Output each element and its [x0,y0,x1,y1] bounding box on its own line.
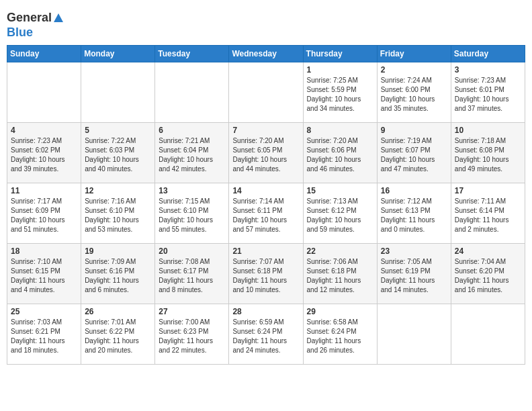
calendar-cell: 4Sunrise: 7:23 AM Sunset: 6:02 PM Daylig… [7,123,81,183]
calendar-cell: 24Sunrise: 7:04 AM Sunset: 6:20 PM Dayli… [451,244,525,304]
day-info: Sunrise: 7:03 AM Sunset: 6:21 PM Dayligh… [11,318,77,355]
calendar-cell: 16Sunrise: 7:12 AM Sunset: 6:13 PM Dayli… [377,183,451,244]
calendar-cell: 28Sunrise: 6:59 AM Sunset: 6:24 PM Dayli… [229,304,303,365]
calendar-cell: 25Sunrise: 7:03 AM Sunset: 6:21 PM Dayli… [7,304,81,365]
day-info: Sunrise: 7:07 AM Sunset: 6:18 PM Dayligh… [232,257,299,295]
calendar-cell: 19Sunrise: 7:09 AM Sunset: 6:16 PM Dayli… [81,244,155,304]
calendar-cell: 15Sunrise: 7:13 AM Sunset: 6:12 PM Dayli… [303,183,377,244]
calendar-cell: 11Sunrise: 7:17 AM Sunset: 6:09 PM Dayli… [7,183,81,244]
day-info: Sunrise: 7:25 AM Sunset: 5:59 PM Dayligh… [307,76,373,113]
calendar-week-row: 25Sunrise: 7:03 AM Sunset: 6:21 PM Dayli… [7,304,525,365]
day-info: Sunrise: 7:11 AM Sunset: 6:14 PM Dayligh… [455,197,521,234]
day-info: Sunrise: 7:12 AM Sunset: 6:13 PM Dayligh… [381,197,447,234]
day-info: Sunrise: 7:13 AM Sunset: 6:12 PM Dayligh… [307,197,373,234]
calendar-cell: 6Sunrise: 7:21 AM Sunset: 6:04 PM Daylig… [155,123,229,183]
calendar-cell: 21Sunrise: 7:07 AM Sunset: 6:18 PM Dayli… [229,244,303,304]
day-number: 27 [159,307,225,316]
day-number: 24 [455,246,521,256]
logo-triangle-icon [53,13,64,24]
day-number: 20 [159,246,225,256]
calendar-cell: 9Sunrise: 7:19 AM Sunset: 6:07 PM Daylig… [377,123,451,183]
calendar-cell [229,62,303,123]
day-number: 8 [307,126,373,135]
day-number: 13 [159,186,225,195]
day-number: 28 [232,307,299,316]
day-info: Sunrise: 7:06 AM Sunset: 6:18 PM Dayligh… [307,257,373,295]
day-info: Sunrise: 6:59 AM Sunset: 6:24 PM Dayligh… [232,318,299,355]
calendar-cell [377,304,451,365]
day-number: 18 [11,246,77,256]
day-number: 7 [232,126,299,135]
day-number: 9 [381,126,447,135]
day-number: 26 [85,307,151,316]
calendar-week-row: 4Sunrise: 7:23 AM Sunset: 6:02 PM Daylig… [7,123,525,183]
calendar-cell: 20Sunrise: 7:08 AM Sunset: 6:17 PM Dayli… [155,244,229,304]
day-info: Sunrise: 7:20 AM Sunset: 6:06 PM Dayligh… [307,136,373,174]
calendar-cell: 26Sunrise: 7:01 AM Sunset: 6:22 PM Dayli… [81,304,155,365]
day-info: Sunrise: 7:22 AM Sunset: 6:03 PM Dayligh… [85,136,151,174]
logo-general: General [7,11,64,26]
day-info: Sunrise: 7:14 AM Sunset: 6:11 PM Dayligh… [232,197,299,234]
calendar-cell: 29Sunrise: 6:58 AM Sunset: 6:24 PM Dayli… [303,304,377,365]
day-info: Sunrise: 7:05 AM Sunset: 6:19 PM Dayligh… [381,257,447,295]
weekday-header-thursday: Thursday [303,46,377,62]
calendar-cell: 2Sunrise: 7:24 AM Sunset: 6:00 PM Daylig… [377,62,451,123]
day-number: 23 [381,246,447,256]
calendar-cell [81,62,155,123]
day-number: 4 [11,126,77,135]
calendar-cell: 17Sunrise: 7:11 AM Sunset: 6:14 PM Dayli… [451,183,525,244]
calendar-cell [7,62,81,123]
calendar-header-row: SundayMondayTuesdayWednesdayThursdayFrid… [7,46,525,62]
day-info: Sunrise: 7:00 AM Sunset: 6:23 PM Dayligh… [159,318,225,355]
calendar-cell: 1Sunrise: 7:25 AM Sunset: 5:59 PM Daylig… [303,62,377,123]
weekday-header-wednesday: Wednesday [229,46,303,62]
calendar-cell: 10Sunrise: 7:18 AM Sunset: 6:08 PM Dayli… [451,123,525,183]
day-number: 12 [85,186,151,195]
day-info: Sunrise: 7:23 AM Sunset: 6:01 PM Dayligh… [455,76,521,113]
calendar-cell: 18Sunrise: 7:10 AM Sunset: 6:15 PM Dayli… [7,244,81,304]
calendar-cell: 3Sunrise: 7:23 AM Sunset: 6:01 PM Daylig… [451,62,525,123]
weekday-header-tuesday: Tuesday [155,46,229,62]
day-number: 17 [455,186,521,195]
logo: General Blue [7,7,64,40]
day-info: Sunrise: 7:10 AM Sunset: 6:15 PM Dayligh… [11,257,77,295]
page-header: General Blue [7,7,525,40]
day-info: Sunrise: 7:15 AM Sunset: 6:10 PM Dayligh… [159,197,225,234]
day-info: Sunrise: 7:08 AM Sunset: 6:17 PM Dayligh… [159,257,225,295]
calendar-cell: 12Sunrise: 7:16 AM Sunset: 6:10 PM Dayli… [81,183,155,244]
day-number: 15 [307,186,373,195]
day-number: 1 [307,65,373,75]
calendar-cell: 8Sunrise: 7:20 AM Sunset: 6:06 PM Daylig… [303,123,377,183]
day-number: 10 [455,126,521,135]
day-info: Sunrise: 6:58 AM Sunset: 6:24 PM Dayligh… [307,318,373,355]
weekday-header-sunday: Sunday [7,46,81,62]
day-info: Sunrise: 7:04 AM Sunset: 6:20 PM Dayligh… [455,257,521,295]
svg-marker-0 [54,13,63,22]
calendar-cell [155,62,229,123]
calendar-week-row: 18Sunrise: 7:10 AM Sunset: 6:15 PM Dayli… [7,244,525,304]
day-number: 16 [381,186,447,195]
calendar-cell: 22Sunrise: 7:06 AM Sunset: 6:18 PM Dayli… [303,244,377,304]
day-number: 2 [381,65,447,75]
calendar-cell: 23Sunrise: 7:05 AM Sunset: 6:19 PM Dayli… [377,244,451,304]
day-info: Sunrise: 7:21 AM Sunset: 6:04 PM Dayligh… [159,136,225,174]
calendar-cell: 14Sunrise: 7:14 AM Sunset: 6:11 PM Dayli… [229,183,303,244]
logo-blue: Blue [7,26,64,40]
day-number: 25 [11,307,77,316]
day-number: 22 [307,246,373,256]
day-info: Sunrise: 7:18 AM Sunset: 6:08 PM Dayligh… [455,136,521,174]
day-info: Sunrise: 7:24 AM Sunset: 6:00 PM Dayligh… [381,76,447,113]
calendar-cell: 5Sunrise: 7:22 AM Sunset: 6:03 PM Daylig… [81,123,155,183]
day-info: Sunrise: 7:17 AM Sunset: 6:09 PM Dayligh… [11,197,77,234]
day-number: 29 [307,307,373,316]
day-info: Sunrise: 7:01 AM Sunset: 6:22 PM Dayligh… [85,318,151,355]
calendar-cell: 27Sunrise: 7:00 AM Sunset: 6:23 PM Dayli… [155,304,229,365]
calendar-cell [451,304,525,365]
day-info: Sunrise: 7:09 AM Sunset: 6:16 PM Dayligh… [85,257,151,295]
calendar-week-row: 11Sunrise: 7:17 AM Sunset: 6:09 PM Dayli… [7,183,525,244]
day-number: 21 [232,246,299,256]
calendar-cell: 13Sunrise: 7:15 AM Sunset: 6:10 PM Dayli… [155,183,229,244]
calendar-week-row: 1Sunrise: 7:25 AM Sunset: 5:59 PM Daylig… [7,62,525,123]
day-number: 14 [232,186,299,195]
day-number: 19 [85,246,151,256]
